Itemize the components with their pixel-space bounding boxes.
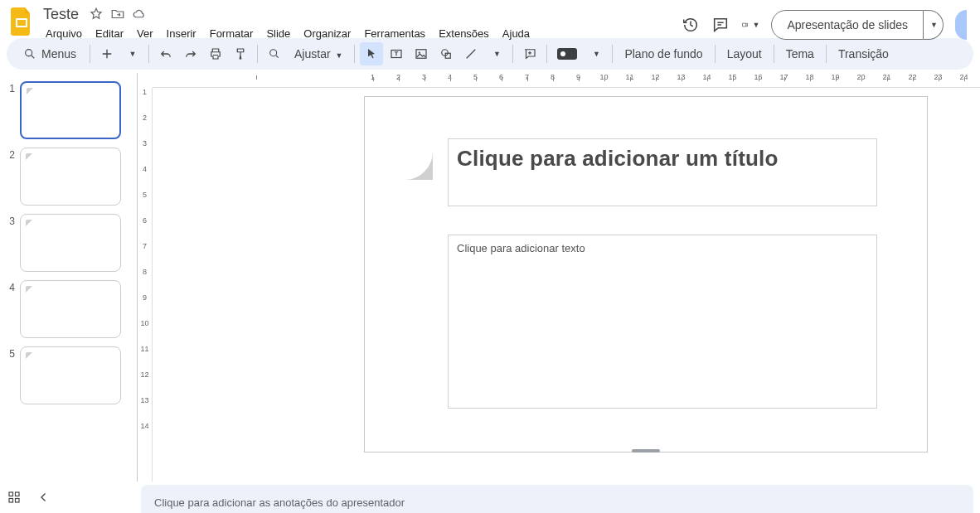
menu-ajuda[interactable]: Ajuda	[497, 25, 536, 42]
slides-logo[interactable]	[5, 5, 38, 38]
svg-point-10	[560, 51, 565, 56]
thumb-number: 1	[3, 81, 15, 94]
separator	[826, 45, 827, 63]
slide-thumb-4[interactable]	[20, 280, 121, 338]
slide[interactable]: Clique para adicionar um título Clique p…	[364, 96, 928, 453]
search-menus-label: Menus	[41, 47, 76, 60]
separator	[257, 45, 258, 63]
doc-title[interactable]: Teste	[40, 6, 82, 23]
header-right: ▼ Apresentação de slides ▼	[682, 5, 975, 40]
theme-button[interactable]: Tema	[779, 47, 821, 60]
select-tool[interactable]	[360, 42, 383, 65]
account-avatar[interactable]	[955, 10, 967, 40]
slide-canvas[interactable]: Clique para adicionar um título Clique p…	[153, 88, 980, 482]
background-button[interactable]: Plano de fundo	[618, 47, 709, 60]
shape-tool[interactable]	[434, 42, 458, 65]
redo-button[interactable]	[179, 42, 202, 65]
svg-rect-1	[17, 20, 26, 26]
collapse-filmstrip-icon[interactable]	[36, 490, 51, 505]
menu-editar[interactable]: Editar	[90, 25, 129, 42]
print-button[interactable]	[204, 42, 227, 65]
body-placeholder[interactable]: Clique para adicionar texto	[448, 235, 877, 409]
separator	[90, 45, 90, 63]
svg-rect-12	[16, 492, 20, 496]
rec-button[interactable]	[552, 42, 582, 65]
thumb-number: 4	[3, 280, 15, 293]
main-area: 1 2 3 4 5 123456789101112131415161718192…	[0, 73, 980, 482]
textbox-tool[interactable]	[385, 42, 408, 65]
bottom-left-controls	[7, 490, 51, 505]
new-slide-button[interactable]	[95, 42, 119, 65]
svg-point-3	[270, 50, 277, 56]
separator	[612, 45, 613, 63]
title-placeholder[interactable]: Clique para adicionar um título	[448, 138, 877, 206]
doc-area: Teste Arquivo Editar Ver Inserir Formata…	[38, 5, 682, 42]
svg-rect-5	[416, 50, 426, 59]
slide-thumb-2[interactable]	[20, 148, 121, 206]
comments-icon[interactable]	[711, 16, 730, 34]
comment-insert-button[interactable]	[518, 42, 541, 65]
menu-ferramentas[interactable]: Ferramentas	[358, 25, 431, 42]
svg-rect-9	[557, 48, 577, 60]
body-placeholder-text: Clique para adicionar texto	[457, 242, 868, 254]
separator	[512, 45, 513, 63]
move-folder-icon[interactable]	[110, 7, 125, 22]
zoom-label: Ajustar	[294, 47, 331, 60]
svg-point-7	[442, 50, 449, 56]
slide-thumb-3[interactable]	[20, 214, 121, 272]
line-dropdown[interactable]: ▼	[484, 42, 507, 65]
separator	[774, 45, 774, 63]
rec-dropdown[interactable]: ▼	[584, 42, 607, 65]
line-tool[interactable]	[459, 42, 483, 65]
search-menus[interactable]: Menus	[15, 42, 85, 65]
speaker-notes[interactable]: Clique para adicionar as anotações do ap…	[141, 485, 973, 513]
new-slide-dropdown[interactable]: ▼	[120, 42, 143, 65]
present-button[interactable]: Apresentação de slides	[771, 10, 924, 40]
header-bar: Teste Arquivo Editar Ver Inserir Formata…	[0, 0, 980, 38]
separator	[715, 45, 716, 63]
menu-inserir[interactable]: Inserir	[161, 25, 202, 42]
ruler-horizontal[interactable]: 1234567891011121314151617181920212223242…	[153, 73, 980, 88]
slide-thumb-5[interactable]	[20, 346, 121, 404]
notes-resize-handle[interactable]	[632, 449, 660, 453]
grid-view-icon[interactable]	[7, 490, 22, 505]
svg-point-2	[26, 50, 32, 56]
thumb-number: 5	[3, 346, 15, 360]
menubar: Arquivo Editar Ver Inserir Formatar Slid…	[40, 25, 682, 42]
present-dropdown[interactable]: ▼	[924, 10, 944, 40]
menu-arquivo[interactable]: Arquivo	[40, 25, 88, 42]
thumb-number: 3	[3, 214, 15, 227]
svg-rect-14	[16, 499, 20, 503]
slide-thumbnails: 1 2 3 4 5	[0, 73, 137, 482]
meet-camera-icon[interactable]: ▼	[741, 16, 759, 34]
image-tool[interactable]	[410, 42, 433, 65]
ruler-vertical[interactable]: 1234567891011121314	[138, 88, 153, 482]
separator	[354, 45, 355, 63]
cloud-status-icon[interactable]	[132, 7, 147, 22]
layout-button[interactable]: Layout	[720, 47, 769, 60]
separator	[148, 45, 149, 63]
svg-rect-13	[9, 499, 13, 503]
zoom-dropdown[interactable]: Ajustar ▼	[288, 47, 349, 60]
menu-formatar[interactable]: Formatar	[204, 25, 260, 42]
thumb-number: 2	[3, 148, 15, 161]
canvas-wrap: 1234567891011121314151617181920212223242…	[137, 73, 980, 482]
star-icon[interactable]	[89, 7, 104, 22]
svg-rect-11	[9, 492, 13, 496]
speaker-notes-placeholder: Clique para adicionar as anotações do ap…	[154, 496, 405, 509]
zoom-out-icon[interactable]	[263, 42, 286, 65]
paint-format-button[interactable]	[229, 42, 252, 65]
separator	[546, 45, 547, 63]
history-icon[interactable]	[682, 16, 700, 34]
toolbar: Menus ▼ Ajustar ▼ ▼ ▼ Plano de fundo Lay…	[7, 38, 973, 70]
undo-button[interactable]	[154, 42, 177, 65]
transition-button[interactable]: Transição	[832, 47, 895, 60]
menu-organizar[interactable]: Organizar	[298, 25, 357, 42]
title-placeholder-text: Clique para adicionar um título	[457, 146, 868, 172]
menu-extensoes[interactable]: Extensões	[433, 25, 495, 42]
slide-thumb-1[interactable]	[20, 81, 121, 139]
menu-ver[interactable]: Ver	[131, 25, 159, 42]
decorative-quarter-circle-icon	[405, 152, 433, 180]
menu-slide[interactable]: Slide	[260, 25, 296, 42]
present-button-group: Apresentação de slides ▼	[771, 10, 944, 40]
